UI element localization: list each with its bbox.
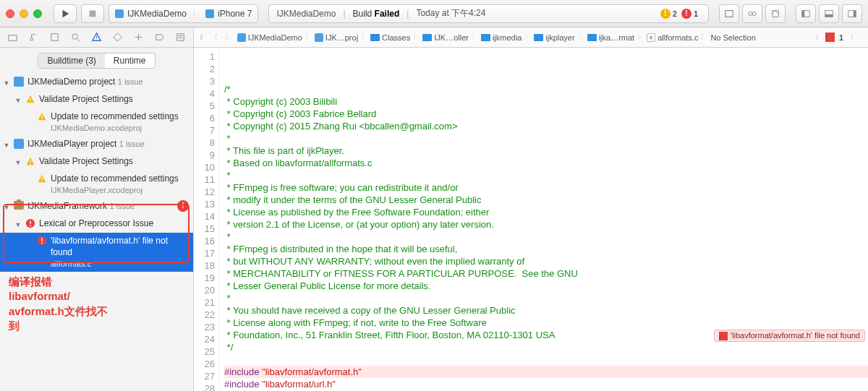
svg-point-20 <box>30 225 31 226</box>
secondary-bar: 𖡎 〈 〉 IJKMediaDemo〉 IJK…proj〉 Classes〉 I… <box>0 27 868 48</box>
editor-standard-button[interactable] <box>719 4 739 23</box>
svg-rect-0 <box>90 10 96 17</box>
minimize-window-icon[interactable] <box>20 9 28 18</box>
svg-rect-7 <box>825 14 833 17</box>
editor-version-button[interactable] <box>765 4 786 23</box>
code-area[interactable]: ! 'libavformat/avformat.h' file not foun… <box>220 48 868 391</box>
issue-scope-segmented: Buildtime (3) Runtime <box>0 48 193 74</box>
error-icon <box>36 235 48 246</box>
breadcrumb[interactable]: 𖡎 〈 〉 IJKMediaDemo〉 IJK…proj〉 Classes〉 I… <box>194 27 868 47</box>
disclosure-icon[interactable]: ▼ <box>3 138 10 151</box>
device-icon <box>205 9 214 18</box>
buildtime-tab[interactable]: Buildtime (3) <box>38 53 104 68</box>
toggle-debug-button[interactable] <box>819 4 839 23</box>
symbol-nav-icon[interactable] <box>45 30 64 46</box>
destination-label: iPhone 7 <box>218 9 252 19</box>
stop-button[interactable] <box>81 4 104 23</box>
warning-icon <box>36 111 48 121</box>
status-build: Build Failed <box>353 9 400 19</box>
tree-project[interactable]: ▼ IJKMediaPlayer project 1 issue <box>0 136 193 153</box>
issue-nav-icon[interactable] <box>87 30 106 46</box>
debug-nav-icon[interactable] <box>129 30 148 46</box>
warning-icon: ! <box>660 9 671 19</box>
test-nav-icon[interactable] <box>108 30 127 46</box>
svg-rect-12 <box>51 34 58 40</box>
source-editor[interactable]: 1234567891011121314151617181920212223242… <box>194 48 868 391</box>
folder-icon <box>481 34 490 41</box>
issue-navigator: Buildtime (3) Runtime ▼ IJKMediaDemo pro… <box>0 48 194 391</box>
disclosure-icon[interactable]: ▼ <box>14 218 22 231</box>
source-nav-icon[interactable] <box>24 30 43 46</box>
app-icon <box>115 9 124 18</box>
close-window-icon[interactable] <box>6 9 14 18</box>
tree-issue-selected[interactable]: 'libavformat/avformat.h' file notfoundal… <box>0 233 193 272</box>
svg-point-3 <box>752 12 756 15</box>
crumb-6: ijka…rmat <box>587 33 635 42</box>
project-nav-icon[interactable] <box>3 30 22 46</box>
next-issue-icon[interactable]: 〉 <box>848 33 859 43</box>
tree-group[interactable]: ▼ Validate Project Settings <box>0 153 193 171</box>
svg-rect-9 <box>854 10 856 17</box>
tree-project[interactable]: ▼ IJKMediaDemo project 1 issue <box>0 74 193 91</box>
crumb-2: Classes <box>370 33 410 42</box>
disclosure-icon[interactable]: ▼ <box>14 93 22 106</box>
navigator-tabs <box>0 27 194 47</box>
project-icon <box>315 33 323 42</box>
runtime-tab[interactable]: Runtime <box>105 53 155 68</box>
error-icon <box>25 218 36 228</box>
related-items-icon[interactable]: 𖡎 <box>198 33 205 41</box>
c-file-icon: c <box>647 33 655 42</box>
editor-assistant-button[interactable] <box>742 4 762 23</box>
inline-error-banner[interactable]: ! 'libavformat/avformat.h' file not foun… <box>714 330 865 342</box>
find-nav-icon[interactable] <box>66 30 85 46</box>
scheme-selector[interactable]: IJKMediaDemo 〉 iPhone 7 <box>109 4 258 23</box>
run-button[interactable] <box>54 4 77 23</box>
crumb-5: ijkplayer <box>534 33 574 42</box>
svg-rect-1 <box>726 10 733 17</box>
back-icon[interactable]: 〈 <box>208 33 220 43</box>
briefcase-icon <box>13 200 25 210</box>
error-badge[interactable]: !1 <box>681 9 698 19</box>
tree-issue[interactable]: Update to recommended settingsIJKMediaPl… <box>0 171 193 198</box>
warning-badge[interactable]: !2 <box>660 9 677 19</box>
svg-point-22 <box>41 242 43 244</box>
window-controls <box>6 9 42 18</box>
project-icon <box>13 138 25 149</box>
tree-group[interactable]: ▼ Validate Project Settings <box>0 91 193 108</box>
chevron-right-icon: 〉 <box>190 9 202 19</box>
crumb-4: ijkmedia <box>481 33 522 42</box>
warning-icon <box>36 173 48 184</box>
warning-icon <box>25 155 36 166</box>
crumb-1: IJK…proj <box>315 33 358 42</box>
project-icon <box>13 76 25 87</box>
toolbar-right <box>719 4 862 23</box>
error-icon[interactable]: ! <box>825 33 835 42</box>
main-split: Buildtime (3) Runtime ▼ IJKMediaDemo pro… <box>0 48 868 391</box>
crumb-3: IJK…oller <box>422 33 469 42</box>
svg-point-15 <box>30 101 31 103</box>
zoom-window-icon[interactable] <box>33 9 42 18</box>
tree-target[interactable]: ▼ IJKMediaFramework 1 issue ! <box>0 198 193 215</box>
toggle-inspector-button[interactable] <box>842 4 862 23</box>
folder-icon <box>534 34 543 41</box>
svg-point-18 <box>41 181 43 182</box>
toggle-navigator-button[interactable] <box>796 4 816 23</box>
crumb-err-count: 1 <box>839 33 843 42</box>
disclosure-icon[interactable]: ▼ <box>14 155 22 168</box>
prev-issue-icon[interactable]: 〈 <box>809 33 821 43</box>
status-time: Today at 下午4:24 <box>416 7 485 20</box>
top-toolbar: IJKMediaDemo 〉 iPhone 7 IJKMediaDemo | B… <box>0 0 868 27</box>
annotation-text: 编译报错 libavformat/ avformat.h文件找不 到 <box>9 275 108 333</box>
svg-point-2 <box>749 12 752 15</box>
svg-rect-10 <box>9 35 17 41</box>
project-icon <box>237 33 246 42</box>
disclosure-icon[interactable]: ▼ <box>3 76 10 89</box>
tree-issue[interactable]: Update to recommended settingsIJKMediaDe… <box>0 108 193 136</box>
forward-icon[interactable]: 〉 <box>223 33 234 43</box>
report-nav-icon[interactable] <box>171 30 190 46</box>
tree-group[interactable]: ▼ Lexical or Preprocessor Issue <box>0 215 193 233</box>
warning-icon <box>25 93 36 104</box>
disclosure-icon[interactable]: ▼ <box>3 200 10 213</box>
issue-tree: ▼ IJKMediaDemo project 1 issue ▼ Validat… <box>0 74 193 391</box>
breakpoint-nav-icon[interactable] <box>150 30 169 46</box>
